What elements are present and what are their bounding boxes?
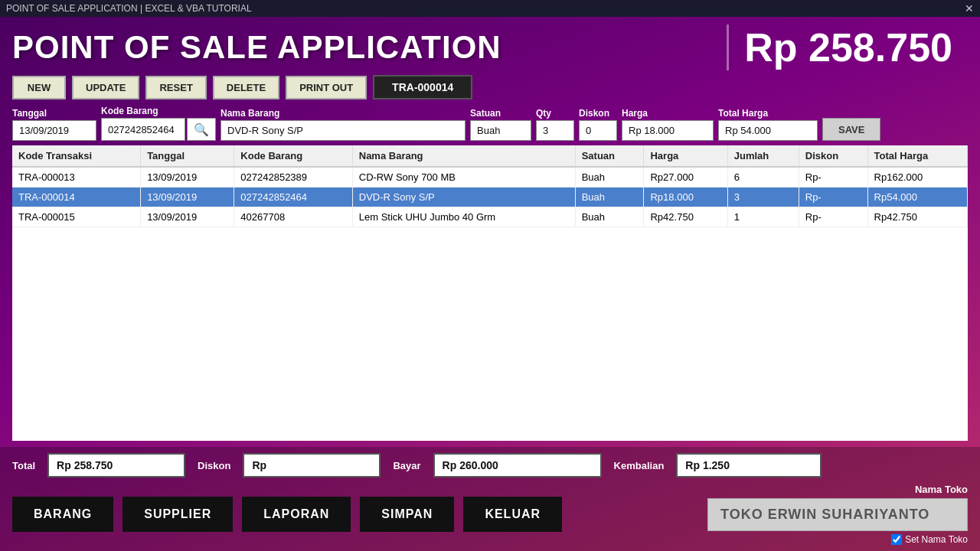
transaction-id: TRA-000014: [373, 75, 472, 99]
table-cell: 1: [727, 207, 799, 227]
toolbar: NEW UPDATE RESET DELETE PRINT OUT TRA-00…: [0, 75, 980, 106]
harga-input[interactable]: [622, 120, 714, 141]
total-label: Total: [12, 460, 35, 471]
update-button[interactable]: UPDATE: [72, 76, 139, 99]
save-button[interactable]: SAVE: [822, 118, 880, 141]
tanggal-input[interactable]: [12, 120, 96, 141]
table-cell: 6: [727, 167, 799, 187]
table-cell: Lem Stick UHU Jumbo 40 Grm: [352, 207, 575, 227]
col-jumlah: Jumlah: [727, 145, 799, 167]
set-nama-checkbox[interactable]: [891, 534, 902, 545]
new-button[interactable]: NEW: [12, 76, 66, 99]
harga-label: Harga: [622, 108, 714, 119]
satuan-field-group: Satuan: [470, 108, 531, 141]
table-body: TRA-00001313/09/2019027242852389CD-RW So…: [12, 167, 968, 227]
col-satuan: Satuan: [575, 145, 644, 167]
table-cell: 3: [727, 187, 799, 207]
harga-field-group: Harga: [622, 108, 714, 141]
total-harga-field-group: Total Harga: [718, 108, 818, 141]
table-cell: Rp-: [799, 167, 867, 187]
nav-buttons: BARANG SUPPLIER LAPORAN SIMPAN KELUAR: [12, 497, 562, 532]
close-button[interactable]: ✕: [965, 2, 974, 15]
nama-barang-label: Nama Barang: [220, 108, 466, 119]
set-nama-row: Set Nama Toko: [891, 534, 968, 545]
table-row[interactable]: TRA-00001413/09/2019027242852464DVD-R So…: [12, 187, 968, 207]
tanggal-label: Tanggal: [12, 108, 96, 119]
tanggal-field-group: Tanggal: [12, 108, 96, 141]
kode-barang-field-group: Kode Barang 🔍: [101, 106, 216, 141]
delete-button[interactable]: DELETE: [213, 76, 279, 99]
footer-total-input[interactable]: [47, 453, 185, 478]
simpan-button[interactable]: SIMPAN: [360, 497, 454, 532]
qty-input[interactable]: [536, 120, 574, 141]
reset-button[interactable]: RESET: [145, 76, 206, 99]
table-cell: 13/09/2019: [141, 207, 234, 227]
footer-diskon-input[interactable]: [243, 453, 381, 478]
form-row: Tanggal Kode Barang 🔍 Nama Barang Satuan…: [0, 106, 980, 145]
transaction-table: Kode Transaksi Tanggal Kode Barang Nama …: [12, 145, 968, 227]
col-tanggal: Tanggal: [141, 145, 234, 167]
table-cell: Buah: [575, 187, 644, 207]
table-cell: TRA-000015: [12, 207, 141, 227]
store-area: Nama Toko Set Nama Toko: [707, 484, 968, 545]
kode-barang-input[interactable]: [101, 118, 185, 141]
print-out-button[interactable]: PRINT OUT: [286, 76, 367, 99]
col-diskon: Diskon: [799, 145, 867, 167]
supplier-button[interactable]: SUPPLIER: [122, 497, 233, 532]
footer-bayar-input[interactable]: [433, 453, 602, 478]
col-nama-barang: Nama Barang: [352, 145, 575, 167]
title-bar-text: POINT OF SALE APPLICATION | EXCEL & VBA …: [6, 3, 252, 14]
nama-barang-field-group: Nama Barang: [220, 108, 466, 141]
table-cell: Rp18.000: [644, 187, 727, 207]
col-harga: Harga: [644, 145, 727, 167]
col-kode-transaksi: Kode Transaksi: [12, 145, 141, 167]
kode-barang-label: Kode Barang: [101, 106, 216, 116]
table-cell: 13/09/2019: [141, 187, 234, 207]
table-header-row: Kode Transaksi Tanggal Kode Barang Nama …: [12, 145, 968, 167]
bayar-label: Bayar: [393, 460, 420, 471]
search-button[interactable]: 🔍: [187, 118, 216, 141]
table-cell: Rp42.750: [644, 207, 727, 227]
table-cell: CD-RW Sony 700 MB: [352, 167, 575, 187]
header: POINT OF SALE APPLICATION Rp 258.750: [0, 17, 980, 75]
table-row[interactable]: TRA-00001313/09/2019027242852389CD-RW So…: [12, 167, 968, 187]
qty-label: Qty: [536, 108, 574, 119]
table-cell: Rp-: [799, 187, 867, 207]
grand-total-display: Rp 258.750: [727, 24, 968, 70]
laporan-button[interactable]: LAPORAN: [242, 497, 351, 532]
app-container: POINT OF SALE APPLICATION Rp 258.750 NEW…: [0, 17, 980, 551]
table-cell: Buah: [575, 167, 644, 187]
table-cell: Buah: [575, 207, 644, 227]
title-bar: POINT OF SALE APPLICATION | EXCEL & VBA …: [0, 0, 980, 17]
footer-kembalian-input[interactable]: [676, 453, 822, 478]
total-harga-input[interactable]: [718, 120, 818, 141]
table-cell: TRA-000014: [12, 187, 141, 207]
table-cell: Rp27.000: [644, 167, 727, 187]
table-cell: Rp162.000: [867, 167, 967, 187]
barang-button[interactable]: BARANG: [12, 497, 113, 532]
diskon-field-group: Diskon: [579, 108, 617, 141]
satuan-label: Satuan: [470, 108, 531, 119]
app-title: POINT OF SALE APPLICATION: [12, 29, 501, 66]
nama-barang-input[interactable]: [220, 120, 466, 141]
footer-nav-row: BARANG SUPPLIER LAPORAN SIMPAN KELUAR Na…: [12, 484, 968, 545]
store-name-input[interactable]: [707, 498, 968, 531]
table-cell: 40267708: [234, 207, 352, 227]
diskon-input[interactable]: [579, 120, 617, 141]
table-cell: TRA-000013: [12, 167, 141, 187]
table-cell: 027242852389: [234, 167, 352, 187]
keluar-button[interactable]: KELUAR: [463, 497, 562, 532]
footer: Total Diskon Bayar Kembalian BARANG SUPP…: [0, 447, 980, 551]
set-nama-text: Set Nama Toko: [905, 534, 968, 545]
diskon-label: Diskon: [579, 108, 617, 119]
diskon-label: Diskon: [198, 460, 230, 471]
total-harga-label: Total Harga: [718, 108, 818, 119]
kembalian-label: Kembalian: [614, 460, 665, 471]
table-cell: 027242852464: [234, 187, 352, 207]
table-cell: DVD-R Sony S/P: [352, 187, 575, 207]
table-cell: Rp-: [799, 207, 867, 227]
satuan-input[interactable]: [470, 120, 531, 141]
table-row[interactable]: TRA-00001513/09/201940267708Lem Stick UH…: [12, 207, 968, 227]
footer-totals-row: Total Diskon Bayar Kembalian: [12, 453, 968, 478]
col-kode-barang: Kode Barang: [234, 145, 352, 167]
